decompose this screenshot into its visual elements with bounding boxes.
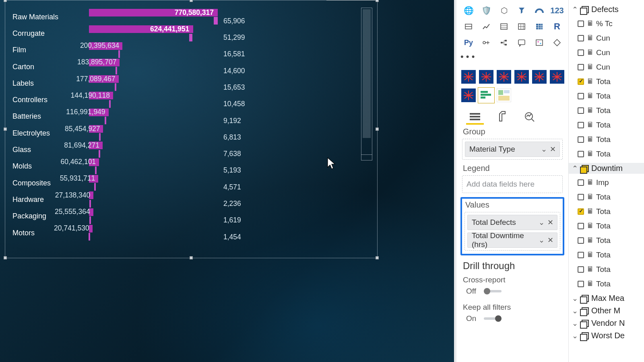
bar-downtime[interactable] [105, 117, 106, 124]
viz-globe-icon[interactable]: 🌐 [460, 3, 477, 18]
field-checkbox[interactable] [578, 194, 584, 200]
chevron-down-icon[interactable]: ⌄ [539, 145, 548, 154]
field-row[interactable]: 🖩Tota [569, 277, 644, 291]
viz-more-icon[interactable]: • • • [460, 51, 565, 59]
bar-downtime[interactable] [99, 133, 101, 141]
field-row[interactable]: 🖩Tota [569, 262, 644, 277]
field-row[interactable]: 🖩Tota [569, 103, 644, 118]
zoom-slider[interactable] [361, 8, 372, 160]
viz-card-icon[interactable]: 123 [549, 3, 565, 18]
field-row[interactable]: 🖩Tota [569, 233, 644, 248]
field-row[interactable]: 🖩Tota [569, 190, 644, 204]
field-row[interactable]: 🖩Cun [569, 45, 644, 60]
viz-r-icon[interactable]: R [549, 19, 565, 34]
table-defects[interactable]: ⌃Defects [569, 4, 644, 15]
chevron-down-icon[interactable]: ⌄ [571, 294, 578, 303]
field-row[interactable]: 🖩Tota [569, 132, 644, 147]
visual-tornado-chart[interactable]: ••• Raw Materials770,580,31765,906Corrug… [5, 0, 378, 258]
legend-well[interactable]: Add data fields here [462, 175, 563, 193]
viz-table-icon[interactable] [514, 19, 530, 34]
table-downtim[interactable]: ⌃Downtim [569, 163, 644, 174]
bar-downtime[interactable] [95, 167, 97, 174]
chevron-down-icon[interactable]: ⌄ [571, 331, 578, 340]
viz-key-influencers-icon[interactable] [478, 35, 494, 50]
field-row[interactable]: 🖩Tota [569, 147, 644, 161]
custom-viz-3[interactable] [496, 69, 512, 84]
field-checkbox[interactable] [578, 21, 584, 27]
field-row[interactable]: 🖩Imp [569, 175, 644, 190]
field-checkbox[interactable] [578, 179, 584, 186]
field-checkbox[interactable] [578, 281, 584, 287]
custom-viz-6[interactable] [549, 69, 565, 84]
field-row[interactable]: 🖩Tota [569, 204, 644, 219]
group-well[interactable]: Material Type ⌄ ✕ [462, 139, 563, 160]
field-row[interactable]: 🖩Tota [569, 248, 644, 262]
table-vendor n[interactable]: ⌄Vendor N [569, 318, 644, 329]
more-options-icon[interactable]: ••• [360, 0, 377, 0]
viz-qna-icon[interactable] [514, 35, 530, 50]
bar-defects[interactable] [89, 225, 93, 232]
field-checkbox[interactable] [578, 136, 584, 143]
viz-slicer-icon[interactable] [496, 19, 512, 34]
table-worst de[interactable]: ⌄Worst De [569, 330, 644, 341]
bar-downtime[interactable] [118, 50, 120, 58]
field-checkbox[interactable] [578, 35, 584, 41]
chevron-up-icon[interactable]: ⌃ [571, 5, 578, 14]
field-checkbox[interactable] [578, 208, 584, 215]
field-checkbox[interactable] [578, 49, 584, 56]
viz-paginated-icon[interactable] [549, 35, 565, 50]
field-checkbox[interactable] [578, 107, 584, 114]
bar-downtime[interactable] [116, 67, 117, 74]
values-well[interactable]: Total Defects ⌄ ✕ Total Downtime (hrs) ⌄… [464, 212, 560, 251]
field-row[interactable]: 🖩Tota [569, 118, 644, 132]
field-row[interactable]: 🖩% Tc [569, 16, 644, 31]
viz-python-icon[interactable]: Py [460, 35, 477, 50]
format-tab-icon[interactable] [493, 109, 511, 125]
field-checkbox[interactable] [578, 64, 584, 70]
focus-mode-icon[interactable] [343, 0, 360, 0]
field-row[interactable]: 🖩Cun [569, 31, 644, 45]
bar-downtime[interactable] [115, 83, 116, 91]
fields-tab-icon[interactable] [466, 109, 484, 125]
value-chip-total-downtime[interactable]: Total Downtime (hrs) ⌄ ✕ [467, 232, 557, 248]
bar-downtime[interactable] [99, 150, 100, 158]
bar-downtime[interactable] [189, 34, 192, 41]
field-checkbox[interactable] [578, 266, 584, 273]
field-checkbox[interactable] [578, 252, 584, 258]
bar-downtime[interactable] [94, 183, 96, 191]
field-checkbox[interactable] [578, 93, 584, 99]
chevron-down-icon[interactable]: ⌄ [537, 218, 546, 227]
analytics-tab-icon[interactable] [521, 109, 539, 125]
cross-report-toggle[interactable] [484, 290, 502, 292]
viz-matrix-icon[interactable] [531, 19, 547, 34]
viz-filled-map-icon[interactable]: 🛡️ [478, 3, 494, 18]
custom-viz-tornado[interactable] [478, 88, 494, 103]
viz-gauge-icon[interactable] [531, 3, 547, 18]
bar-downtime[interactable] [89, 200, 91, 208]
custom-viz-5[interactable] [531, 69, 547, 84]
bar-downtime[interactable] [89, 233, 90, 241]
chevron-down-icon[interactable]: ⌄ [571, 319, 578, 328]
field-checkbox[interactable] [578, 237, 584, 244]
remove-icon[interactable]: ✕ [546, 218, 555, 227]
group-chip-material-type[interactable]: Material Type ⌄ ✕ [465, 142, 560, 157]
viz-funnel-icon[interactable] [514, 3, 530, 18]
value-chip-total-defects[interactable]: Total Defects ⌄ ✕ [467, 215, 557, 230]
viz-kpi-icon[interactable] [478, 19, 494, 34]
table-max mea[interactable]: ⌄Max Mea [569, 293, 644, 304]
field-checkbox[interactable] [578, 151, 584, 157]
field-row[interactable]: 🖩Tota [569, 219, 644, 233]
chevron-down-icon[interactable]: ⌄ [537, 236, 546, 245]
viz-shape-map-icon[interactable]: ⬡ [496, 3, 512, 18]
bar-downtime[interactable] [214, 17, 218, 25]
custom-viz-4[interactable] [514, 69, 530, 84]
custom-viz-2[interactable] [478, 69, 494, 84]
field-checkbox[interactable] [578, 122, 584, 128]
viz-multi-card-icon[interactable] [460, 19, 477, 34]
remove-icon[interactable]: ✕ [548, 145, 557, 154]
table-other m[interactable]: ⌄Other M [569, 305, 644, 316]
chevron-up-icon[interactable]: ⌃ [571, 164, 578, 173]
field-row[interactable]: 🖩Tota [569, 74, 644, 89]
custom-viz-1[interactable] [460, 69, 477, 84]
filter-icon[interactable] [326, 0, 343, 0]
